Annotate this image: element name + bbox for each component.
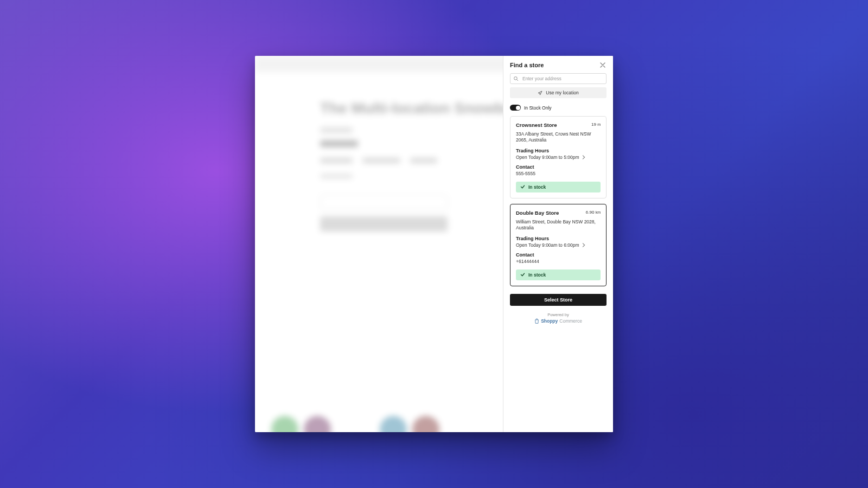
stock-label: In stock xyxy=(528,272,546,278)
trading-hours-text: Open Today 9:00am to 5:00pm xyxy=(516,155,579,160)
trading-hours-row[interactable]: Open Today 9:00am to 6:00pm xyxy=(516,242,601,248)
in-stock-toggle[interactable] xyxy=(510,105,521,111)
powered-by-label: Powered by xyxy=(510,312,607,317)
trading-hours-heading: Trading Hours xyxy=(516,236,601,241)
app-window: The Multi-location Snowboard Find a stor… xyxy=(255,56,613,432)
check-icon xyxy=(520,184,525,189)
use-my-location-label: Use my location xyxy=(546,90,578,95)
store-card[interactable]: Crowsnest Store 19 m 33A Albany Street, … xyxy=(510,116,607,198)
trading-hours-heading: Trading Hours xyxy=(516,148,601,153)
stock-label: In stock xyxy=(528,184,546,190)
store-name: Double Bay Store xyxy=(516,210,559,216)
contact-value: +61444444 xyxy=(516,259,601,264)
trading-hours-row[interactable]: Open Today 9:00am to 5:00pm xyxy=(516,155,601,160)
find-store-panel: Find a store Use my location In Stock On… xyxy=(503,56,613,432)
store-name: Crowsnest Store xyxy=(516,122,557,128)
select-store-button[interactable]: Select Store xyxy=(510,294,607,306)
close-icon xyxy=(600,62,605,68)
trading-hours-text: Open Today 9:00am to 6:00pm xyxy=(516,242,579,248)
search-icon xyxy=(513,76,519,81)
store-address: William Street, Double Bay NSW 2028, Aus… xyxy=(516,219,601,232)
stock-badge: In stock xyxy=(516,269,601,280)
in-stock-toggle-label: In Stock Only xyxy=(524,105,552,111)
contact-heading: Contact xyxy=(516,252,601,258)
chevron-right-icon xyxy=(582,155,586,159)
shopping-bag-icon xyxy=(534,318,539,324)
store-card[interactable]: Double Bay Store 6.90 km William Street,… xyxy=(510,204,607,286)
address-input[interactable] xyxy=(510,73,607,84)
svg-line-1 xyxy=(517,80,518,81)
close-button[interactable] xyxy=(599,61,607,69)
panel-title: Find a store xyxy=(510,62,544,68)
store-distance: 19 m xyxy=(591,122,601,127)
powered-by-brand: ShoppyCommerce xyxy=(510,318,607,324)
stock-badge: In stock xyxy=(516,182,601,192)
store-address: 33A Albany Street, Crows Nest NSW 2065, … xyxy=(516,131,601,144)
location-arrow-icon xyxy=(538,91,542,95)
chevron-right-icon xyxy=(582,243,586,247)
store-distance: 6.90 km xyxy=(586,210,601,215)
check-icon xyxy=(520,272,525,277)
contact-value: 555-5555 xyxy=(516,171,601,176)
contact-heading: Contact xyxy=(516,164,601,170)
use-my-location-button[interactable]: Use my location xyxy=(510,87,607,98)
